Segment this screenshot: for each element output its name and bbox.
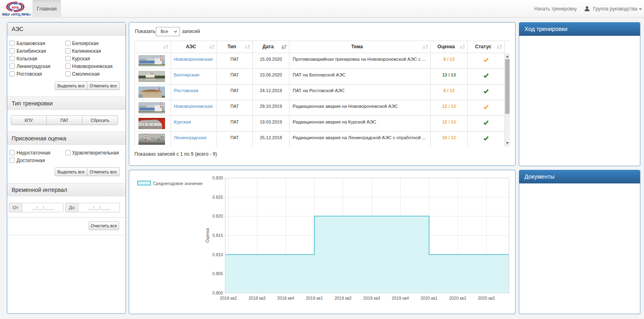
svg-text:НТЦ: НТЦ — [14, 3, 18, 5]
svg-text:ЯРБ: ЯРБ — [12, 6, 19, 10]
